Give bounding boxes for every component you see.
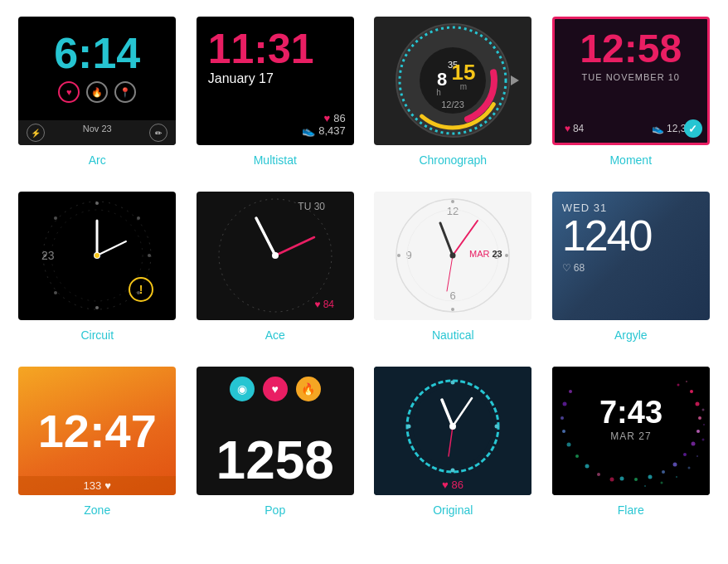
- chronograph-label: Chronograph: [419, 153, 487, 167]
- arc-label: Arc: [89, 153, 106, 167]
- watch-face-ace[interactable]: TU 30 ♥ 84: [197, 192, 354, 320]
- svg-text:m: m: [460, 82, 467, 91]
- svg-point-37: [451, 200, 454, 203]
- circuit-svg: 23 !: [18, 192, 176, 320]
- circuit-label: Circuit: [80, 328, 114, 342]
- nautical-svg: 12 3 6 9 MAR 23: [374, 192, 531, 320]
- arc-icons: ♥ 🔥 📍: [18, 81, 176, 103]
- multistat-heart-icon: ♥: [324, 112, 331, 124]
- svg-point-18: [95, 306, 99, 309]
- svg-marker-11: [511, 75, 519, 85]
- svg-point-72: [648, 475, 652, 479]
- svg-line-30: [256, 218, 275, 255]
- watch-item-zone[interactable]: 12:47 133 ♥ Zone: [17, 367, 178, 517]
- svg-point-91: [585, 464, 589, 469]
- svg-text:15: 15: [452, 60, 476, 85]
- argyle-heart-val: 68: [574, 262, 585, 274]
- pop-heart-icon: ♥: [263, 377, 288, 401]
- pop-activity-icon: ◉: [230, 377, 255, 401]
- multistat-steps-row: 👟 8,437: [302, 124, 346, 137]
- svg-text:♥ 86: ♥ 86: [442, 479, 463, 491]
- multistat-date: January 17: [208, 71, 342, 86]
- watch-face-nautical[interactable]: 12 3 6 9 MAR 23: [374, 192, 531, 320]
- argyle-heart-row: ♡ 68: [562, 262, 700, 274]
- svg-point-76: [686, 381, 687, 382]
- nautical-label: Nautical: [432, 328, 474, 342]
- watch-item-circuit[interactable]: 23 ! Circuit: [17, 192, 178, 342]
- svg-point-19: [54, 291, 57, 294]
- svg-point-71: [662, 470, 665, 474]
- pop-icons-row: ◉ ♥ 🔥: [197, 367, 354, 401]
- arc-date: Nov 23: [83, 124, 112, 142]
- watch-item-chronograph[interactable]: 35 8 h 15 m 12/23 Chronograph: [372, 17, 534, 167]
- svg-point-79: [701, 439, 704, 441]
- watch-item-nautical[interactable]: 12 3 6 9 MAR 23 Nautical: [372, 192, 534, 342]
- arc-time: 6:14: [18, 17, 176, 75]
- watch-face-multistat[interactable]: 11:31 January 17 ♥ 86 👟 8,437: [197, 17, 354, 145]
- watch-face-argyle[interactable]: WED 31 1240 ♡ 68: [552, 192, 710, 320]
- svg-point-15: [137, 216, 140, 220]
- svg-text:!: !: [139, 283, 143, 296]
- watch-item-moment[interactable]: 12:58 TUE NOVEMBER 10 ♥ 84 👟 12,345 ✓ Mo…: [551, 17, 712, 167]
- multistat-heart-row: ♥ 86: [302, 112, 346, 124]
- watch-face-flare[interactable]: 7:43 MAR 27: [552, 367, 710, 495]
- svg-point-55: [495, 425, 499, 429]
- moment-heart-val: 84: [573, 123, 584, 134]
- svg-point-39: [451, 308, 454, 311]
- watch-face-chronograph[interactable]: 35 8 h 15 m 12/23: [374, 17, 531, 145]
- svg-point-74: [619, 477, 624, 481]
- svg-line-23: [97, 241, 126, 255]
- watch-face-circuit[interactable]: 23 !: [18, 192, 176, 320]
- svg-point-49: [450, 253, 456, 259]
- watch-face-zone[interactable]: 12:47 133 ♥: [18, 367, 176, 495]
- arc-bottom-bar: ⚡ Nov 23 ✏: [18, 120, 176, 145]
- arc-flame-icon: 🔥: [86, 81, 108, 103]
- watch-face-moment[interactable]: 12:58 TUE NOVEMBER 10 ♥ 84 👟 12,345 ✓: [552, 17, 710, 145]
- svg-point-14: [95, 202, 99, 205]
- svg-text:7:43: 7:43: [599, 395, 662, 430]
- zone-heart-icon: ♥: [104, 479, 111, 492]
- watch-item-ace[interactable]: TU 30 ♥ 84 Ace: [195, 192, 357, 342]
- moment-selected-badge: ✓: [684, 119, 702, 138]
- moment-steps-icon: 👟: [652, 123, 664, 134]
- watch-item-pop[interactable]: ◉ ♥ 🔥 1258 Pop: [195, 367, 357, 517]
- watch-item-argyle[interactable]: WED 31 1240 ♡ 68 Argyle: [551, 192, 712, 342]
- svg-point-21: [54, 216, 57, 220]
- argyle-heart-icon: ♡: [562, 262, 571, 274]
- svg-point-73: [634, 478, 638, 481]
- svg-point-84: [644, 485, 646, 487]
- watch-face-original[interactable]: ♥ 86: [374, 367, 531, 495]
- svg-point-57: [407, 425, 411, 429]
- svg-point-77: [701, 409, 704, 411]
- svg-text:9: 9: [406, 249, 412, 261]
- multistat-time: 11:31: [208, 28, 342, 70]
- moment-date: TUE NOVEMBER 10: [565, 72, 697, 82]
- multistat-label: Multistat: [254, 153, 297, 167]
- zone-steps-val: 133: [84, 479, 102, 492]
- original-svg: ♥ 86: [374, 367, 531, 495]
- argyle-time: 1240: [562, 214, 700, 257]
- ace-svg: TU 30 ♥ 84: [197, 192, 354, 320]
- zone-stat-bar: 133 ♥: [18, 476, 176, 495]
- watch-face-arc[interactable]: 6:14 ♥ 🔥 📍 ⚡ Nov 23 ✏: [18, 17, 176, 145]
- watch-item-flare[interactable]: 7:43 MAR 27 Flare: [551, 367, 712, 517]
- watch-face-pop[interactable]: ◉ ♥ 🔥 1258: [197, 367, 354, 495]
- svg-point-75: [677, 384, 679, 387]
- multistat-heart-val: 86: [333, 112, 345, 124]
- svg-point-56: [451, 469, 455, 473]
- svg-text:12/23: 12/23: [441, 100, 464, 109]
- svg-point-64: [690, 390, 693, 393]
- svg-point-90: [575, 455, 579, 458]
- multistat-steps-icon: 👟: [302, 124, 315, 137]
- svg-point-87: [561, 416, 564, 420]
- svg-point-88: [562, 430, 565, 433]
- watch-item-multistat[interactable]: 11:31 January 17 ♥ 86 👟 8,437 Multistat: [195, 17, 357, 167]
- argyle-label: Argyle: [614, 328, 648, 342]
- moment-heart-icon: ♥: [565, 123, 570, 134]
- svg-point-67: [696, 430, 700, 433]
- moment-time: 12:58: [565, 29, 697, 69]
- arc-left-icon: ⚡: [27, 124, 45, 142]
- watch-item-original[interactable]: ♥ 86 Original: [372, 367, 534, 517]
- watch-item-arc[interactable]: 6:14 ♥ 🔥 📍 ⚡ Nov 23 ✏ Arc: [17, 17, 178, 167]
- svg-point-70: [672, 463, 677, 467]
